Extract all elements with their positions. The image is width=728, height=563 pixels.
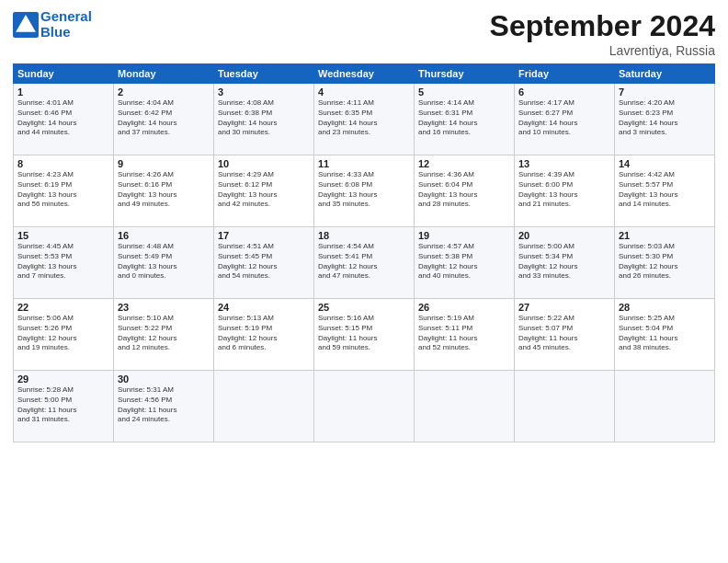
- day-number: 20: [518, 230, 610, 241]
- cell-info: Sunrise: 5:06 AMSunset: 5:26 PMDaylight:…: [17, 314, 109, 353]
- day-number: 17: [218, 230, 310, 241]
- calendar-cell: 10Sunrise: 4:29 AMSunset: 6:12 PMDayligh…: [214, 155, 314, 227]
- cell-info: Sunrise: 5:03 AMSunset: 5:30 PMDaylight:…: [619, 242, 711, 282]
- calendar-cell: 1Sunrise: 4:01 AMSunset: 6:46 PMDaylight…: [14, 84, 114, 155]
- logo-text: General Blue: [40, 9, 92, 40]
- title-block: September 2024 Lavrentiya, Russia: [490, 9, 715, 58]
- header: General Blue September 2024 Lavrentiya, …: [13, 9, 715, 58]
- calendar-cell: 18Sunrise: 4:54 AMSunset: 5:41 PMDayligh…: [314, 227, 415, 299]
- calendar-cell: 28Sunrise: 5:25 AMSunset: 5:04 PMDayligh…: [615, 299, 715, 371]
- calendar-cell: 12Sunrise: 4:36 AMSunset: 6:04 PMDayligh…: [415, 155, 515, 227]
- header-row: SundayMondayTuesdayWednesdayThursdayFrid…: [14, 64, 715, 84]
- day-number: 14: [619, 158, 711, 169]
- day-number: 15: [17, 230, 109, 241]
- day-number: 2: [118, 86, 210, 98]
- weekday-header: Thursday: [415, 64, 515, 84]
- day-number: 29: [17, 373, 109, 385]
- day-number: 13: [518, 158, 610, 169]
- calendar-cell: 13Sunrise: 4:39 AMSunset: 6:00 PMDayligh…: [515, 155, 615, 227]
- calendar-cell: 11Sunrise: 4:33 AMSunset: 6:08 PMDayligh…: [314, 155, 415, 227]
- calendar-week-row: 29Sunrise: 5:28 AMSunset: 5:00 PMDayligh…: [14, 371, 715, 442]
- location: Lavrentiya, Russia: [490, 43, 715, 58]
- cell-info: Sunrise: 4:04 AMSunset: 6:42 PMDaylight:…: [118, 98, 210, 138]
- calendar-table: SundayMondayTuesdayWednesdayThursdayFrid…: [13, 63, 715, 442]
- calendar-cell: 17Sunrise: 4:51 AMSunset: 5:45 PMDayligh…: [214, 227, 314, 299]
- calendar-cell: 14Sunrise: 4:42 AMSunset: 5:57 PMDayligh…: [615, 155, 715, 227]
- logo-icon: [13, 12, 39, 38]
- cell-info: Sunrise: 5:00 AMSunset: 5:34 PMDaylight:…: [518, 242, 610, 282]
- cell-info: Sunrise: 4:36 AMSunset: 6:04 PMDaylight:…: [418, 170, 510, 210]
- day-number: 7: [619, 86, 711, 98]
- calendar-cell: 6Sunrise: 4:17 AMSunset: 6:27 PMDaylight…: [515, 84, 615, 155]
- day-number: 6: [518, 86, 610, 98]
- calendar-cell: 5Sunrise: 4:14 AMSunset: 6:31 PMDaylight…: [415, 84, 515, 155]
- cell-info: Sunrise: 4:54 AMSunset: 5:41 PMDaylight:…: [318, 242, 410, 282]
- month-title: September 2024: [490, 9, 715, 43]
- day-number: 16: [118, 230, 210, 241]
- calendar-cell: 25Sunrise: 5:16 AMSunset: 5:15 PMDayligh…: [314, 299, 415, 371]
- cell-info: Sunrise: 4:45 AMSunset: 5:53 PMDaylight:…: [17, 242, 109, 282]
- day-number: 4: [318, 86, 410, 98]
- day-number: 21: [619, 230, 711, 241]
- cell-info: Sunrise: 4:57 AMSunset: 5:38 PMDaylight:…: [418, 242, 510, 282]
- calendar-cell: 15Sunrise: 4:45 AMSunset: 5:53 PMDayligh…: [14, 227, 114, 299]
- calendar-cell: 20Sunrise: 5:00 AMSunset: 5:34 PMDayligh…: [515, 227, 615, 299]
- day-number: 8: [17, 158, 109, 169]
- cell-info: Sunrise: 5:31 AMSunset: 4:56 PMDaylight:…: [118, 385, 210, 425]
- day-number: 25: [318, 302, 410, 313]
- cell-info: Sunrise: 5:16 AMSunset: 5:15 PMDaylight:…: [318, 314, 410, 353]
- calendar-week-row: 15Sunrise: 4:45 AMSunset: 5:53 PMDayligh…: [14, 227, 715, 299]
- day-number: 19: [418, 230, 510, 241]
- calendar-cell: [615, 371, 715, 442]
- day-number: 28: [619, 302, 711, 313]
- calendar-cell: 4Sunrise: 4:11 AMSunset: 6:35 PMDaylight…: [314, 84, 415, 155]
- cell-info: Sunrise: 4:39 AMSunset: 6:00 PMDaylight:…: [518, 170, 610, 210]
- weekday-header: Tuesday: [214, 64, 314, 84]
- calendar-cell: 16Sunrise: 4:48 AMSunset: 5:49 PMDayligh…: [114, 227, 214, 299]
- calendar-cell: 29Sunrise: 5:28 AMSunset: 5:00 PMDayligh…: [14, 371, 114, 442]
- weekday-header: Friday: [515, 64, 615, 84]
- cell-info: Sunrise: 5:25 AMSunset: 5:04 PMDaylight:…: [619, 314, 711, 353]
- day-number: 3: [218, 86, 310, 98]
- cell-info: Sunrise: 5:28 AMSunset: 5:00 PMDaylight:…: [17, 385, 109, 425]
- cell-info: Sunrise: 4:23 AMSunset: 6:19 PMDaylight:…: [17, 170, 109, 210]
- day-number: 5: [418, 86, 510, 98]
- calendar-cell: 30Sunrise: 5:31 AMSunset: 4:56 PMDayligh…: [114, 371, 214, 442]
- calendar-cell: 27Sunrise: 5:22 AMSunset: 5:07 PMDayligh…: [515, 299, 615, 371]
- cell-info: Sunrise: 4:17 AMSunset: 6:27 PMDaylight:…: [518, 98, 610, 138]
- weekday-header: Saturday: [615, 64, 715, 84]
- day-number: 27: [518, 302, 610, 313]
- calendar-cell: [515, 371, 615, 442]
- calendar-week-row: 8Sunrise: 4:23 AMSunset: 6:19 PMDaylight…: [14, 155, 715, 227]
- calendar-cell: 22Sunrise: 5:06 AMSunset: 5:26 PMDayligh…: [14, 299, 114, 371]
- day-number: 24: [218, 302, 310, 313]
- cell-info: Sunrise: 4:51 AMSunset: 5:45 PMDaylight:…: [218, 242, 310, 282]
- day-number: 18: [318, 230, 410, 241]
- calendar-cell: [415, 371, 515, 442]
- day-number: 26: [418, 302, 510, 313]
- calendar-week-row: 22Sunrise: 5:06 AMSunset: 5:26 PMDayligh…: [14, 299, 715, 371]
- cell-info: Sunrise: 4:11 AMSunset: 6:35 PMDaylight:…: [318, 98, 410, 138]
- calendar-cell: [314, 371, 415, 442]
- cell-info: Sunrise: 5:10 AMSunset: 5:22 PMDaylight:…: [118, 314, 210, 353]
- cell-info: Sunrise: 5:13 AMSunset: 5:19 PMDaylight:…: [218, 314, 310, 353]
- logo: General Blue: [13, 9, 92, 40]
- day-number: 9: [118, 158, 210, 169]
- day-number: 10: [218, 158, 310, 169]
- calendar-cell: 9Sunrise: 4:26 AMSunset: 6:16 PMDaylight…: [114, 155, 214, 227]
- calendar-cell: [214, 371, 314, 442]
- calendar-cell: 23Sunrise: 5:10 AMSunset: 5:22 PMDayligh…: [114, 299, 214, 371]
- calendar-cell: 7Sunrise: 4:20 AMSunset: 6:23 PMDaylight…: [615, 84, 715, 155]
- day-number: 11: [318, 158, 410, 169]
- cell-info: Sunrise: 4:48 AMSunset: 5:49 PMDaylight:…: [118, 242, 210, 282]
- cell-info: Sunrise: 4:01 AMSunset: 6:46 PMDaylight:…: [17, 98, 109, 138]
- cell-info: Sunrise: 4:20 AMSunset: 6:23 PMDaylight:…: [619, 98, 711, 138]
- cell-info: Sunrise: 4:29 AMSunset: 6:12 PMDaylight:…: [218, 170, 310, 210]
- cell-info: Sunrise: 5:22 AMSunset: 5:07 PMDaylight:…: [518, 314, 610, 353]
- cell-info: Sunrise: 4:33 AMSunset: 6:08 PMDaylight:…: [318, 170, 410, 210]
- cell-info: Sunrise: 4:42 AMSunset: 5:57 PMDaylight:…: [619, 170, 711, 210]
- cell-info: Sunrise: 5:19 AMSunset: 5:11 PMDaylight:…: [418, 314, 510, 353]
- weekday-header: Wednesday: [314, 64, 415, 84]
- calendar-cell: 8Sunrise: 4:23 AMSunset: 6:19 PMDaylight…: [14, 155, 114, 227]
- calendar-cell: 2Sunrise: 4:04 AMSunset: 6:42 PMDaylight…: [114, 84, 214, 155]
